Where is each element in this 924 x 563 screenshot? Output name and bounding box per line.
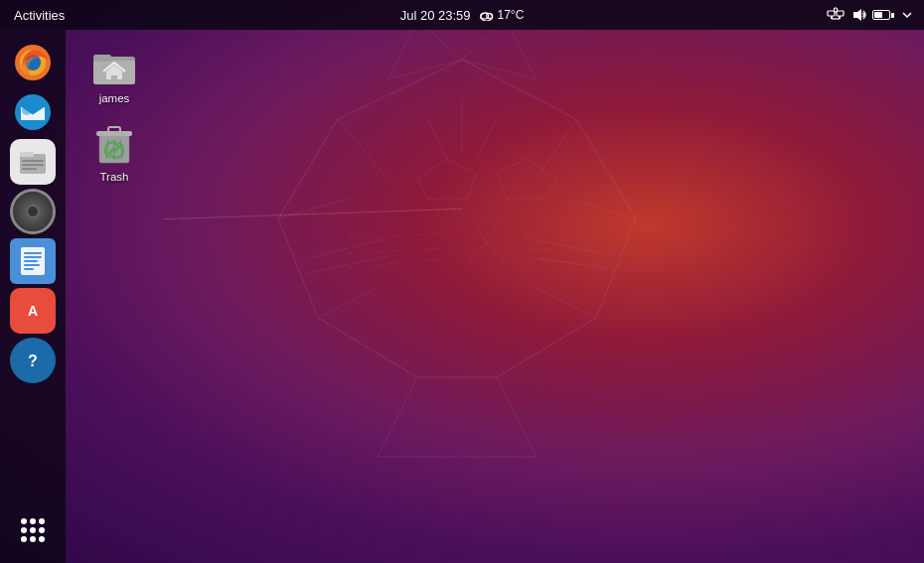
svg-text:?: ? [28, 352, 38, 369]
svg-line-15 [497, 377, 537, 457]
topbar-right [827, 6, 916, 24]
svg-rect-38 [835, 8, 838, 12]
writer-icon [10, 238, 56, 284]
desktop-icon-james[interactable]: james [79, 40, 149, 108]
grid-dot [21, 527, 27, 533]
grid-dot [30, 518, 36, 524]
svg-rect-47 [22, 160, 44, 162]
svg-rect-54 [24, 264, 40, 266]
dock: A ? [0, 30, 66, 563]
svg-line-8 [348, 233, 447, 238]
folder-icon-svg [91, 47, 137, 86]
thunderbird-icon-svg [13, 92, 53, 132]
desktop-icon-trash-label: Trash [100, 171, 129, 183]
dock-item-writer[interactable] [10, 238, 56, 284]
network-icon[interactable] [827, 6, 845, 24]
dock-item-files[interactable] [10, 139, 56, 185]
files-icon [10, 139, 56, 185]
svg-marker-3 [417, 159, 477, 199]
svg-line-18 [537, 119, 576, 179]
svg-line-14 [378, 377, 417, 457]
help-icon-svg: ? [19, 347, 47, 374]
grid-dot [21, 518, 27, 524]
svg-rect-51 [24, 252, 42, 254]
app-grid-icon [21, 518, 45, 542]
cloud-icon [479, 9, 495, 21]
svg-rect-46 [20, 152, 34, 157]
writer-icon-svg [18, 245, 48, 277]
help-icon: ? [10, 338, 56, 383]
system-menu-button[interactable] [898, 6, 916, 24]
svg-rect-53 [24, 260, 38, 262]
svg-line-21 [318, 288, 378, 318]
firefox-icon-svg [13, 43, 53, 82]
grid-dot [21, 536, 27, 542]
dock-item-appgrid[interactable] [10, 507, 56, 553]
grid-dot [39, 536, 45, 542]
svg-line-6 [467, 243, 487, 263]
battery-indicator [872, 10, 894, 20]
svg-line-24 [477, 119, 497, 159]
svg-rect-52 [24, 256, 42, 258]
grid-dot [30, 527, 36, 533]
svg-line-17 [338, 119, 387, 179]
desktop: Activities Jul 20 23:59 17°C [0, 0, 924, 563]
svg-rect-34 [837, 11, 844, 16]
svg-rect-49 [22, 168, 37, 170]
dock-item-help[interactable]: ? [10, 338, 56, 383]
home-folder-icon [91, 44, 137, 89]
svg-marker-0 [278, 60, 636, 377]
dock-item-software[interactable]: A [10, 288, 56, 334]
desktop-icon-trash[interactable]: Trash [79, 118, 149, 187]
grid-dot [30, 536, 36, 542]
svg-marker-5 [477, 218, 497, 243]
datetime-display: Jul 20 23:59 [400, 8, 471, 23]
chevron-down-icon [901, 9, 913, 21]
dock-item-firefox[interactable] [10, 40, 56, 85]
svg-line-10 [348, 258, 447, 268]
svg-rect-55 [24, 268, 34, 270]
svg-point-44 [22, 105, 32, 115]
svg-line-26 [308, 238, 387, 258]
svg-rect-65 [108, 127, 120, 132]
sound-icon-svg [851, 7, 867, 23]
svg-marker-39 [853, 9, 861, 21]
svg-line-29 [539, 258, 616, 270]
svg-line-11 [527, 233, 636, 238]
sound-icon[interactable] [850, 6, 868, 24]
svg-line-7 [487, 243, 507, 263]
temperature-label: 17°C [498, 8, 525, 22]
svg-rect-48 [22, 164, 44, 166]
topbar-center: Jul 20 23:59 17°C [400, 8, 525, 23]
battery-icon[interactable] [874, 6, 892, 24]
trash-icon-svg [94, 123, 134, 167]
dock-item-rhythmbox[interactable] [10, 189, 56, 234]
files-icon-svg [17, 146, 49, 178]
svg-rect-33 [828, 11, 835, 16]
svg-line-27 [308, 256, 387, 273]
svg-marker-4 [497, 159, 556, 199]
topbar-left: Activities [8, 8, 71, 23]
svg-line-22 [537, 288, 596, 318]
trash-icon [91, 122, 137, 168]
desktop-icon-james-label: james [99, 92, 130, 104]
grid-dot [39, 527, 45, 533]
desktop-icons: james [79, 40, 149, 187]
activities-button[interactable]: Activities [8, 8, 71, 23]
svg-text:A: A [28, 303, 38, 319]
grid-dot [39, 518, 45, 524]
topbar: Activities Jul 20 23:59 17°C [0, 0, 924, 30]
software-icon-svg: A [19, 297, 47, 325]
svg-rect-61 [93, 55, 111, 62]
svg-point-43 [15, 94, 51, 130]
svg-point-32 [487, 14, 493, 19]
svg-line-9 [348, 248, 447, 253]
weather-display: 17°C [479, 8, 525, 22]
rhythmbox-icon [10, 189, 56, 234]
rhythmbox-inner-circle [26, 205, 40, 218]
network-icon-svg [827, 7, 845, 23]
dock-item-thunderbird[interactable] [10, 89, 56, 135]
svg-line-28 [537, 240, 616, 256]
svg-line-23 [427, 119, 447, 159]
software-icon: A [10, 288, 56, 334]
